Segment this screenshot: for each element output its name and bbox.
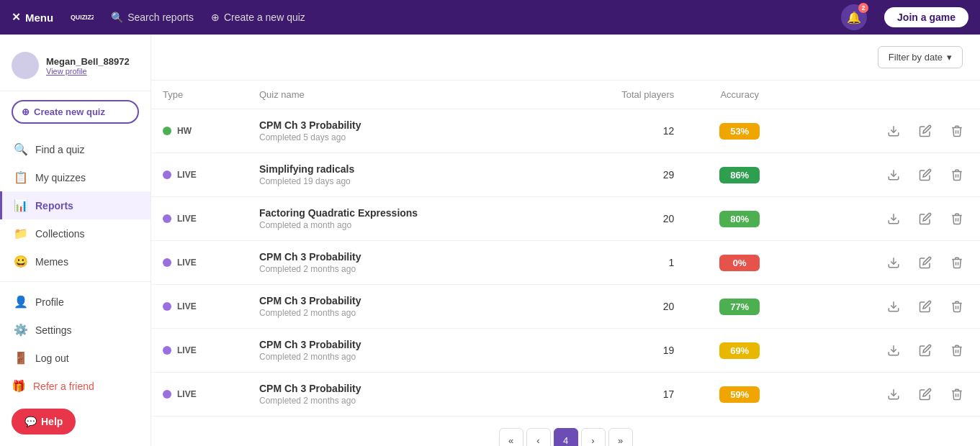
download-button[interactable] [882,251,905,274]
type-dot [163,127,171,135]
quiz-name-cell: CPM Ch 3 Probability Completed 2 months … [248,241,557,285]
notifications-button[interactable]: 🔔 2 [841,4,867,30]
first-page-button[interactable]: « [499,428,523,446]
refer-friend-item[interactable]: 🎁 Refer a friend [0,372,150,400]
sidebar-item-reports[interactable]: 📊 Reports [0,191,150,219]
total-players-cell: 29 [557,153,685,197]
delete-button[interactable] [945,251,968,274]
sidebar-bottom: 👤 Profile ⚙️ Settings 🚪 Log out 🎁 Refer … [0,281,150,434]
sidebar-item-collections[interactable]: 📁 Collections [0,219,150,247]
sidebar-item-find-quiz[interactable]: 🔍 Find a quiz [0,135,150,163]
type-badge: LIVE [177,258,197,268]
type-cell: HW [151,109,248,153]
quiz-name-cell: Factoring Quadratic Expressions Complete… [248,197,557,241]
actions-cell [794,197,980,241]
memes-icon: 😀 [14,255,28,268]
plus-circle-icon: ⊕ [22,106,30,117]
search-reports-label: Search reports [127,12,194,23]
actions-cell [794,373,980,417]
type-badge: LIVE [177,214,197,224]
search-reports-link[interactable]: 🔍 Search reports [111,12,194,23]
filter-by-date-button[interactable]: Filter by date ▾ [878,46,963,68]
edit-button[interactable] [914,163,937,186]
create-quiz-link[interactable]: ⊕ Create a new quiz [211,12,305,23]
next-page-button[interactable]: › [581,428,606,446]
edit-button[interactable] [914,207,937,230]
accuracy-badge: 0% [719,255,760,271]
accuracy-badge: 80% [719,211,760,227]
delete-button[interactable] [945,119,968,142]
total-players-cell: 20 [557,197,685,241]
quiz-completed: Completed 2 months ago [259,308,545,318]
table-row: LIVE CPM Ch 3 Probability Completed 2 mo… [151,285,980,329]
accuracy-cell: 80% [685,197,794,241]
quiz-name: Simplifying radicals [259,163,545,175]
sidebar-item-profile[interactable]: 👤 Profile [0,288,150,316]
join-game-button[interactable]: Join a game [884,7,968,27]
sidebar-item-label: Collections [35,228,84,240]
col-accuracy: Accuracy [685,81,794,109]
quiz-name-cell: CPM Ch 3 Probability Completed 5 days ag… [248,109,557,153]
reports-icon: 📊 [14,199,28,212]
accuracy-cell: 69% [685,329,794,373]
create-quiz-button[interactable]: ⊕ Create new quiz [12,100,139,124]
user-section: Megan_Bell_88972 View profile [0,46,150,91]
edit-button[interactable] [914,251,937,274]
logout-icon: 🚪 [14,351,28,365]
accuracy-badge: 53% [719,123,760,140]
table-header: Type Quiz name Total players Accuracy [151,81,980,109]
sidebar-item-settings[interactable]: ⚙️ Settings [0,316,150,344]
quiz-name: CPM Ch 3 Probability [259,119,545,131]
table-row: LIVE CPM Ch 3 Probability Completed 2 mo… [151,373,980,417]
type-dot [163,214,171,223]
edit-button[interactable] [914,295,937,318]
pagination: « ‹ 4 › » [151,417,980,446]
delete-button[interactable] [945,207,968,230]
type-dot [163,346,171,355]
download-button[interactable] [882,383,905,406]
download-button[interactable] [882,163,905,186]
edit-button[interactable] [914,339,937,362]
prev-page-button[interactable]: ‹ [526,428,551,446]
download-button[interactable] [882,339,905,362]
quiz-completed: Completed 2 months ago [259,352,545,362]
table-row: LIVE CPM Ch 3 Probability Completed 2 mo… [151,241,980,285]
download-button[interactable] [882,119,905,142]
sidebar-item-label: Memes [35,256,68,268]
svg-text:QUIZIZZ: QUIZIZZ [71,14,94,21]
total-players-cell: 12 [557,109,685,153]
accuracy-badge: 86% [719,167,760,183]
download-button[interactable] [882,207,905,230]
last-page-button[interactable]: » [608,428,633,446]
edit-button[interactable] [914,383,937,406]
sidebar-item-label: My quizzes [35,172,86,183]
user-name: Megan_Bell_88972 [46,56,130,67]
quiz-name: CPM Ch 3 Probability [259,295,545,306]
sidebar-item-memes[interactable]: 😀 Memes [0,247,150,276]
delete-button[interactable] [945,295,968,318]
view-profile-link[interactable]: View profile [46,67,130,76]
quiz-name: CPM Ch 3 Probability [259,251,545,263]
delete-button[interactable] [945,163,968,186]
menu-button[interactable]: ✕ Menu [12,11,53,24]
quiz-completed: Completed 5 days ago [259,132,545,142]
type-dot [163,390,171,399]
logo[interactable]: QUIZIZZ [71,6,94,29]
table-body: HW CPM Ch 3 Probability Completed 5 days… [151,109,980,417]
quiz-completed: Completed 2 months ago [259,396,545,406]
help-button[interactable]: 💬 Help [12,409,76,434]
current-page-button[interactable]: 4 [554,428,578,446]
accuracy-badge: 69% [719,342,760,359]
sidebar-item-logout[interactable]: 🚪 Log out [0,344,150,372]
col-quiz-name: Quiz name [248,81,557,109]
edit-button[interactable] [914,119,937,142]
help-icon: 💬 [24,416,37,427]
table-row: HW CPM Ch 3 Probability Completed 5 days… [151,109,980,153]
sidebar-item-my-quizzes[interactable]: 📋 My quizzes [0,163,150,191]
type-cell: LIVE [151,373,248,417]
delete-button[interactable] [945,383,968,406]
delete-button[interactable] [945,339,968,362]
notification-badge: 2 [858,3,868,13]
download-button[interactable] [882,295,905,318]
type-cell: LIVE [151,197,248,241]
